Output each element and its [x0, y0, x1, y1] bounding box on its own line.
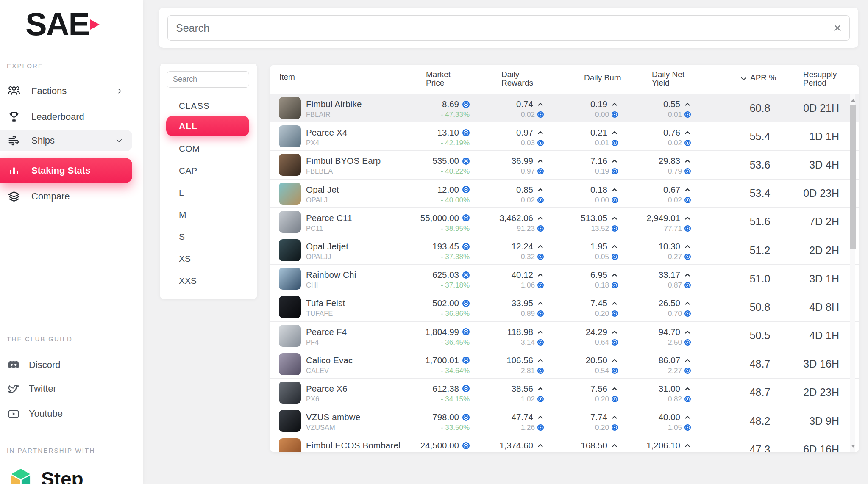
price-change: - 36.45% [441, 338, 470, 347]
filter-search-input[interactable] [167, 71, 249, 88]
trend-up-icon [537, 415, 544, 420]
market-price-cell: 625.03 - 37.18% [389, 265, 470, 293]
market-price-cell: 8.69 - 47.33% [389, 94, 470, 122]
table-row[interactable]: Fimbul ECOS Bombarel FBLECO 24,500.00 - … [270, 435, 859, 452]
col-header-daily-net-yield[interactable]: Daily NetYield [652, 70, 684, 87]
ship-name: Tufa Feist [306, 298, 345, 308]
daily-net-yield-cell: 0.55 0.01 [623, 94, 691, 122]
table-row[interactable]: Opal Jetjet OPALJJ 193.45 - 37.38% 12.24… [270, 236, 859, 265]
resupply-period-value: 4D 8H [809, 293, 839, 321]
col-header-daily-burn[interactable]: Daily Burn [584, 74, 621, 82]
partner-name: Step [41, 468, 83, 484]
atlas-coin-icon [612, 310, 618, 317]
sidebar-item-label: Compare [31, 191, 70, 202]
daily-burn-cell: 7.74 0.20 [554, 407, 618, 435]
col-header-item[interactable]: Item [279, 73, 295, 81]
scroll-down-icon[interactable] [851, 445, 855, 448]
table-row[interactable]: Rainbow Chi CHI 625.03 - 37.18% 40.12 1.… [270, 265, 859, 293]
atlas-coin-icon [612, 111, 618, 118]
ship-name: Pearce C11 [306, 213, 352, 223]
step-logo-icon [11, 468, 31, 484]
filter-option-xs[interactable]: XS [166, 248, 249, 270]
sidebar-item-ships[interactable]: Ships [0, 130, 132, 151]
sidebar-item-discord[interactable]: Discord [0, 355, 132, 375]
resupply-period-value: 2D 23H [803, 379, 839, 407]
atlas-coin-icon [537, 225, 544, 232]
apr-value: 50.8 [722, 293, 798, 321]
table-row[interactable]: Pearce X4 PX4 13.10 - 42.19% 0.97 0.03 0… [270, 122, 859, 151]
filter-option-s[interactable]: S [166, 226, 249, 248]
ship-symbol: CHI [306, 281, 356, 289]
table-row[interactable]: Calico Evac CALEV 1,700.01 - 34.64% 106.… [270, 350, 859, 379]
trend-up-icon [537, 272, 544, 277]
table-row[interactable]: Tufa Feist TUFAFE 502.00 - 36.86% 33.95 … [270, 293, 859, 321]
daily-rewards-cell: 0.74 0.02 [476, 94, 544, 122]
atlas-coin-icon [612, 282, 618, 288]
col-header-market-price[interactable]: MarketPrice [426, 70, 451, 87]
daily-net-yield-cell: 33.17 0.87 [623, 265, 691, 293]
explore-section-label: EXPLORE [7, 62, 43, 69]
sidebar-item-leaderboard[interactable]: Leaderboard [0, 106, 132, 127]
sidebar-item-compare[interactable]: Compare [0, 186, 132, 207]
daily-burn-cell: 24.29 0.64 [554, 322, 618, 350]
table-scrollbar[interactable] [850, 94, 855, 452]
filter-option-l[interactable]: L [166, 182, 249, 204]
atlas-coin-icon [462, 328, 470, 335]
table-row[interactable]: Fimbul Airbike FBLAIR 8.69 - 47.33% 0.74… [270, 94, 859, 122]
ship-name: Opal Jet [306, 185, 339, 195]
trend-up-icon [684, 415, 691, 420]
daily-net-yield-cell: 0.67 0.02 [623, 180, 691, 207]
price-change: - 40.22% [441, 167, 470, 176]
ship-thumbnail [279, 154, 301, 176]
ship-name: Calico Evac [306, 355, 353, 365]
filter-option-m[interactable]: M [166, 204, 249, 226]
daily-rewards-cell: 0.97 0.03 [476, 122, 544, 150]
table-row[interactable]: Pearce X6 PX6 612.38 - 34.15% 38.56 1.02… [270, 379, 859, 407]
atlas-coin-icon [537, 111, 544, 118]
resupply-period-value: 0D 21H [803, 94, 839, 122]
trend-up-icon [684, 329, 691, 335]
ship-thumbnail [279, 296, 301, 318]
atlas-coin-icon [684, 140, 691, 146]
col-header-daily-rewards[interactable]: DailyRewards [501, 70, 533, 87]
filter-option-cap[interactable]: CAP [166, 160, 249, 182]
table-row[interactable]: Pearce C11 PC11 55,000.00 - 38.95% 3,462… [270, 208, 859, 236]
trend-up-icon [611, 329, 618, 335]
trend-up-icon [537, 187, 544, 192]
daily-burn-cell: 20.50 0.54 [554, 350, 618, 378]
atlas-coin-icon [462, 414, 470, 421]
table-row[interactable]: Opal Jet OPALJ 12.00 - 40.00% 0.85 0.02 … [270, 180, 859, 208]
price-change: - 40.00% [441, 196, 470, 205]
daily-burn-cell: 168.50 4.44 [554, 435, 618, 452]
sidebar-item-label: Twitter [29, 383, 56, 394]
sort-chevron-down-icon[interactable] [740, 75, 748, 84]
table-row[interactable]: VZUS ambwe VZUSAM 798.00 - 33.50% 47.74 … [270, 407, 859, 435]
club-section-label: THE CLUB GUILD [7, 335, 72, 343]
apr-value: 50.5 [722, 322, 798, 350]
daily-net-yield-cell: 0.76 0.02 [623, 122, 691, 150]
partner-step[interactable]: Step [11, 468, 83, 484]
table-row[interactable]: Fimbul BYOS Earp FBLBEA 535.00 - 40.22% … [270, 151, 859, 179]
col-header-resupply-period[interactable]: ResupplyPeriod [803, 70, 837, 87]
col-header-apr[interactable]: APR % [750, 74, 776, 82]
search-input[interactable] [167, 15, 850, 41]
sidebar-item-staking-stats[interactable]: Staking Stats [0, 158, 132, 183]
sidebar-item-factions[interactable]: Factions [0, 80, 132, 102]
price-change: - 47.33% [441, 110, 470, 119]
clear-search-icon[interactable] [832, 22, 843, 33]
atlas-coin-icon [684, 339, 691, 346]
trend-up-icon [684, 443, 691, 448]
app-logo[interactable]: SAE [25, 8, 89, 41]
sidebar-item-twitter[interactable]: Twitter [0, 379, 132, 399]
table-row[interactable]: Pearce F4 PF4 1,804.99 - 36.45% 118.98 3… [270, 322, 859, 350]
ship-symbol: VZUSAM [306, 423, 360, 431]
apr-value: 53.6 [722, 151, 798, 179]
atlas-coin-icon [462, 300, 470, 307]
scrollbar-thumb[interactable] [850, 105, 856, 249]
trend-up-icon [684, 102, 691, 107]
scroll-up-icon[interactable] [851, 99, 855, 102]
filter-option-all[interactable]: ALL [166, 116, 249, 136]
filter-option-xxs[interactable]: XXS [166, 270, 249, 292]
filter-option-com[interactable]: COM [166, 138, 249, 160]
sidebar-item-youtube[interactable]: Youtube [0, 404, 132, 424]
